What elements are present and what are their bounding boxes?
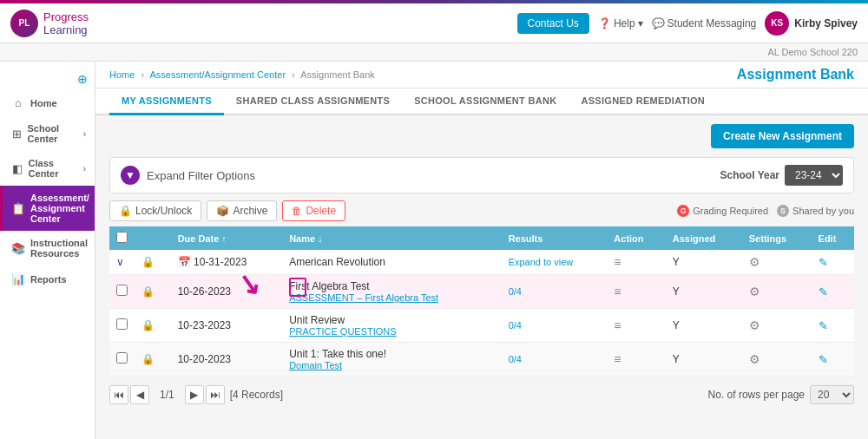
next-page-button[interactable]: ▶ bbox=[185, 385, 204, 404]
row2-edit: ✎ bbox=[812, 275, 854, 309]
message-icon: 💬 bbox=[652, 17, 665, 29]
breadcrumb-home[interactable]: Home bbox=[109, 69, 135, 80]
class-center-icon: ◧ bbox=[11, 162, 23, 175]
edit-icon[interactable]: ✎ bbox=[819, 285, 828, 298]
edit-icon[interactable]: ✎ bbox=[819, 256, 828, 269]
row3-action: ≡ bbox=[607, 309, 665, 343]
row3-results: 0/4 bbox=[502, 309, 608, 343]
assessment-icon: 📋 bbox=[11, 202, 25, 215]
instructional-icon: 📚 bbox=[11, 242, 25, 255]
action-menu-icon[interactable]: ≡ bbox=[614, 285, 621, 298]
archive-button[interactable]: 📦 Archive bbox=[207, 200, 277, 221]
settings-gear-icon[interactable]: ⚙ bbox=[749, 285, 760, 298]
col-name: Name ↓ bbox=[282, 226, 501, 250]
action-menu-icon[interactable]: ≡ bbox=[614, 352, 621, 366]
table-row: 🔒 10-20-2023 Unit 1: Take this one! Doma… bbox=[109, 343, 854, 377]
user-area: KS Kirby Spivey bbox=[765, 11, 858, 36]
edit-icon[interactable]: ✎ bbox=[819, 319, 828, 332]
row2-checkbox[interactable] bbox=[116, 285, 128, 296]
tab-shared-class[interactable]: SHARED CLASS ASSIGNMENTS bbox=[224, 88, 402, 115]
sidebar-item-reports[interactable]: 📊 Reports bbox=[0, 265, 95, 292]
sidebar-item-class-center[interactable]: ◧ Class Center › bbox=[0, 151, 95, 186]
messaging-link[interactable]: 💬 Student Messaging bbox=[652, 17, 757, 29]
sidebar: ⊕ ⌂ Home ⊞ School Center › ◧ Class Cente… bbox=[0, 62, 95, 439]
lock-unlock-button[interactable]: 🔒 Lock/Unlock bbox=[109, 200, 201, 221]
row3-lock-cell: 🔒 bbox=[135, 309, 171, 343]
rows-per-page: No. of rows per page 20 50 100 bbox=[708, 385, 854, 404]
page-info: 1/1 bbox=[160, 389, 174, 401]
prev-page-button[interactable]: ◀ bbox=[130, 385, 149, 404]
trash-icon: 🗑 bbox=[292, 205, 302, 217]
delete-button[interactable]: 🗑 Delete bbox=[282, 200, 345, 221]
legend-shared: S Shared by you bbox=[777, 205, 854, 217]
row1-checkbox-cell: ∨ bbox=[109, 250, 135, 275]
lock-icon: 🔒 bbox=[141, 319, 155, 331]
col-edit: Edit bbox=[812, 226, 854, 250]
tab-school-bank[interactable]: SCHOOL ASSIGNMENT BANK bbox=[402, 88, 569, 115]
last-page-button[interactable]: ⏭ bbox=[206, 385, 225, 404]
row4-edit: ✎ bbox=[812, 343, 854, 377]
table-row: ∨ 🔒 📅 10-31-2023 American Revolution bbox=[109, 250, 854, 275]
settings-gear-icon[interactable]: ⚙ bbox=[749, 255, 760, 269]
sidebar-item-home[interactable]: ⌂ Home bbox=[0, 89, 95, 116]
sidebar-item-school-center[interactable]: ⊞ School Center › bbox=[0, 116, 95, 151]
settings-gear-icon[interactable]: ⚙ bbox=[749, 352, 760, 366]
home-icon: ⌂ bbox=[11, 96, 25, 109]
create-assignment-button[interactable]: Create New Assignment bbox=[711, 124, 854, 148]
table-row: 🔒 10-26-2023 First Algebra Test ASSESSME… bbox=[109, 275, 854, 309]
avatar: KS bbox=[765, 11, 789, 36]
row4-sub-link[interactable]: Domain Test bbox=[289, 360, 494, 370]
toolbar-row: Create New Assignment bbox=[109, 124, 854, 148]
row3-name: Unit Review PRACTICE QUESTIONS bbox=[282, 309, 501, 343]
edit-icon[interactable]: ✎ bbox=[819, 353, 828, 366]
row3-checkbox[interactable] bbox=[116, 318, 128, 330]
row2-due-date: 10-26-2023 bbox=[171, 275, 283, 309]
action-menu-icon[interactable]: ≡ bbox=[614, 318, 621, 332]
row4-name: Unit 1: Take this one! Domain Test bbox=[282, 343, 501, 377]
sidebar-item-assessment[interactable]: 📋 Assessment/ Assignment Center bbox=[0, 186, 95, 231]
school-year-label: School Year bbox=[720, 169, 779, 181]
settings-gear-icon[interactable]: ⚙ bbox=[749, 318, 760, 332]
assignment-table: Due Date ↑ Name ↓ Results Action Assigne… bbox=[109, 226, 854, 377]
sidebar-item-instructional[interactable]: 📚 Instructional Resources bbox=[0, 231, 95, 265]
row4-assigned: Y bbox=[666, 343, 742, 377]
user-info: Kirby Spivey bbox=[794, 17, 858, 29]
col-results: Results bbox=[502, 226, 608, 250]
logo-text: Progress Learning bbox=[43, 10, 89, 36]
expand-view-link[interactable]: Expand to view bbox=[509, 257, 574, 267]
lock-icon: 🔒 bbox=[141, 256, 155, 268]
expand-icon[interactable]: ∨ bbox=[116, 256, 124, 268]
col-action: Action bbox=[607, 226, 665, 250]
row3-settings: ⚙ bbox=[742, 309, 812, 343]
top-header: PL Progress Learning Contact Us ❓ Help ▾… bbox=[0, 3, 868, 43]
action-menu-icon[interactable]: ≡ bbox=[614, 255, 621, 269]
row2-sub-link[interactable]: ASSESSMENT – First Algebra Test bbox=[289, 292, 494, 303]
row2-results: 0/4 bbox=[502, 275, 608, 309]
tab-assigned-remediation[interactable]: ASSIGNED REMEDIATION bbox=[569, 88, 717, 115]
row4-checkbox[interactable] bbox=[116, 352, 128, 364]
breadcrumb-assessment[interactable]: Assessment/Assignment Center bbox=[150, 69, 286, 80]
collapse-icon: ⊕ bbox=[77, 72, 88, 86]
row4-settings: ⚙ bbox=[742, 343, 812, 377]
tab-my-assignments[interactable]: MY ASSIGNMENTS bbox=[109, 88, 224, 115]
first-page-button[interactable]: ⏮ bbox=[109, 385, 128, 404]
row1-lock-cell: 🔒 bbox=[135, 250, 171, 275]
row3-sub-link[interactable]: PRACTICE QUESTIONS bbox=[289, 326, 494, 337]
main-layout: ⊕ ⌂ Home ⊞ School Center › ◧ Class Cente… bbox=[0, 62, 868, 439]
legend: G Grading Required S Shared by you bbox=[677, 205, 854, 217]
row1-edit: ✎ bbox=[812, 250, 854, 275]
action-buttons: 🔒 Lock/Unlock 📦 Archive 🗑 Delete bbox=[109, 200, 345, 221]
select-all-checkbox[interactable] bbox=[116, 232, 128, 243]
contact-button[interactable]: Contact Us bbox=[517, 13, 589, 34]
help-link[interactable]: ❓ Help ▾ bbox=[598, 17, 643, 29]
row1-results: Expand to view bbox=[502, 250, 608, 275]
collapse-button[interactable]: ⊕ bbox=[0, 69, 95, 89]
school-year-select[interactable]: 23-24 22-23 bbox=[785, 165, 843, 186]
row4-checkbox-cell bbox=[109, 343, 135, 377]
rows-per-page-select[interactable]: 20 50 100 bbox=[810, 385, 854, 404]
row2-lock-cell: 🔒 bbox=[135, 275, 171, 309]
row1-settings: ⚙ bbox=[742, 250, 812, 275]
school-label: AL Demo School 220 bbox=[767, 47, 858, 57]
tabs-bar: MY ASSIGNMENTS SHARED CLASS ASSIGNMENTS … bbox=[95, 88, 868, 115]
school-label-bar: AL Demo School 220 bbox=[0, 43, 868, 62]
